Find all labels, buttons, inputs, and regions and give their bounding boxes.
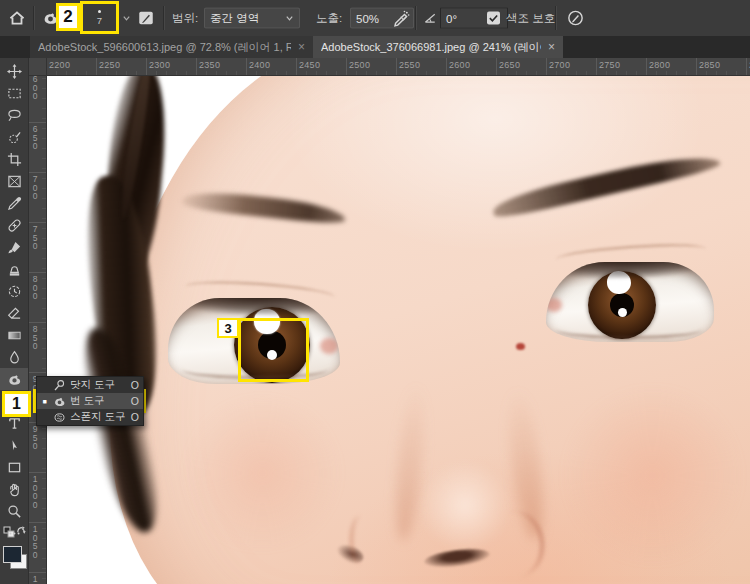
chevron-down-icon[interactable]: [122, 14, 131, 23]
separator: [33, 6, 35, 30]
ruler-tick: [396, 58, 397, 75]
ruler-tick: [28, 122, 46, 123]
ruler-label: 1100: [28, 575, 42, 584]
tab-title: AdobeStock_596600613.jpeg @ 72.8% (레이어 1…: [38, 40, 291, 55]
menu-item-dodge-tool[interactable]: 닷지 도구O: [37, 377, 143, 393]
ruler-corner: [28, 58, 47, 76]
horizontal-ruler[interactable]: 2200225023002350240024502500255026002650…: [46, 58, 750, 76]
blur-tool-icon[interactable]: [0, 346, 28, 368]
path-select-tool-icon[interactable]: [0, 434, 28, 456]
ruler-label: 2350: [199, 60, 220, 70]
ruler-label: 2550: [399, 60, 420, 70]
ruler-label: 750: [28, 225, 42, 251]
ruler-label: 2650: [499, 60, 520, 70]
separator: [555, 6, 557, 30]
ruler-label: 2800: [649, 60, 670, 70]
healing-brush-tool-icon[interactable]: [0, 214, 28, 236]
range-dropdown[interactable]: 중간 영역: [204, 8, 300, 29]
ruler-tick: [546, 58, 547, 75]
brush-preset-picker[interactable]: 7: [80, 1, 119, 34]
ruler-label: 650: [28, 125, 42, 151]
ruler-label: 800: [28, 275, 42, 301]
lasso-tool-icon[interactable]: [0, 104, 28, 126]
ruler-tick: [28, 522, 46, 523]
ruler-label: 2750: [599, 60, 620, 70]
history-brush-tool-icon[interactable]: [0, 280, 28, 302]
tab-inactive-document[interactable]: AdobeStock_596600613.jpeg @ 72.8% (레이어 1…: [30, 36, 313, 58]
tab-title: AdobeStock_376066981.jpeg @ 241% (레이어 1,…: [321, 40, 541, 55]
exposure-label: 노출:: [316, 11, 342, 26]
more-tools-icon[interactable]: [0, 522, 28, 544]
ruler-label: 2600: [449, 60, 470, 70]
ruler-label: 2200: [49, 60, 70, 70]
brush-tool-icon[interactable]: [0, 236, 28, 258]
zoom-tool-icon[interactable]: [0, 500, 28, 522]
ruler-tick: [96, 58, 97, 75]
ruler-label: 2850: [699, 60, 720, 70]
eyedropper-tool-icon[interactable]: [0, 192, 28, 214]
hand-tool-icon[interactable]: [0, 478, 28, 500]
brush-tip-preview: [98, 10, 101, 13]
quick-select-tool-icon[interactable]: [0, 126, 28, 148]
protect-tones-checkbox[interactable]: [487, 12, 500, 25]
tab-active-document[interactable]: AdobeStock_376066981.jpeg @ 241% (레이어 1,…: [313, 36, 563, 58]
ruler-tick: [496, 58, 497, 75]
ruler-tick: [28, 272, 46, 273]
rectangle-tool-icon[interactable]: [0, 456, 28, 478]
burn-tool-icon: [53, 394, 66, 409]
menu-item-shortcut: O: [131, 411, 139, 423]
photoshop-window: 7 2 범위: 중간 영역 노출: 50% 색조 보호: [0, 0, 750, 584]
ruler-tick: [596, 58, 597, 75]
burn-tool-icon[interactable]: [0, 368, 28, 390]
airbrush-icon[interactable]: [392, 9, 411, 28]
tab-close-icon[interactable]: ×: [298, 40, 305, 54]
separator: [163, 6, 165, 30]
tab-close-icon[interactable]: ×: [548, 40, 555, 54]
vertical-ruler[interactable]: 600650700750800850900950100010501100: [28, 58, 47, 584]
sponge-tool-icon: [53, 410, 66, 425]
move-tool-icon[interactable]: [0, 60, 28, 82]
ruler-label: 1000: [28, 475, 42, 509]
current-tool-indicator: ■: [40, 398, 49, 405]
ruler-tick: [746, 58, 747, 75]
range-value: 중간 영역: [210, 11, 259, 26]
step-badge-1: 1: [2, 391, 31, 417]
brush-settings-panel-icon[interactable]: [137, 9, 155, 27]
ruler-tick: [28, 472, 46, 473]
smoothing-icon[interactable]: [566, 9, 585, 28]
frame-tool-icon[interactable]: [0, 170, 28, 192]
separator: [415, 6, 417, 30]
home-icon[interactable]: [8, 9, 26, 27]
ruler-label: 2450: [299, 60, 320, 70]
menu-item-label: 닷지 도구: [70, 378, 127, 392]
brush-size-value: 7: [97, 15, 102, 26]
right-cheek-blush: [560, 388, 745, 563]
ruler-tick: [196, 58, 197, 75]
gradient-tool-icon[interactable]: [0, 324, 28, 346]
ruler-tick: [28, 372, 46, 373]
ruler-label: 2300: [149, 60, 170, 70]
ruler-label: 2400: [249, 60, 270, 70]
ruler-tick: [28, 322, 46, 323]
marquee-tool-icon[interactable]: [0, 82, 28, 104]
crop-tool-icon[interactable]: [0, 148, 28, 170]
clone-stamp-tool-icon[interactable]: [0, 258, 28, 280]
menu-item-burn-tool[interactable]: ■번 도구O: [37, 393, 143, 409]
right-lower-lashline: [556, 320, 702, 339]
ruler-tick: [246, 58, 247, 75]
menu-item-sponge-tool[interactable]: 스폰지 도구O: [37, 409, 143, 425]
eraser-tool-icon[interactable]: [0, 302, 28, 324]
ruler-tick: [28, 222, 46, 223]
document-canvas[interactable]: [46, 75, 750, 584]
ruler-label: 2500: [349, 60, 370, 70]
range-label: 범위:: [172, 11, 198, 26]
blemish: [516, 343, 525, 350]
step-badge-2: 2: [56, 3, 80, 31]
menu-item-label: 번 도구: [70, 394, 127, 408]
ruler-tick: [346, 58, 347, 75]
left-inner-corner: [320, 338, 338, 354]
foreground-color-swatch[interactable]: [3, 546, 22, 563]
document-tab-bar: AdobeStock_596600613.jpeg @ 72.8% (레이어 1…: [0, 36, 750, 58]
ruler-tick: [646, 58, 647, 75]
ruler-label: 2250: [99, 60, 120, 70]
